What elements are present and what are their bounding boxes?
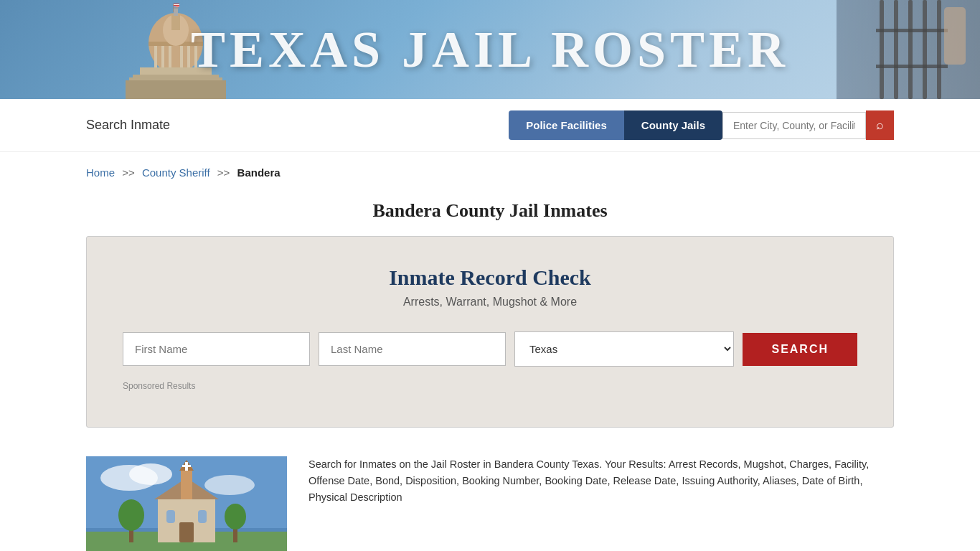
svg-rect-18 [174, 4, 179, 5]
police-facilities-button[interactable]: Police Facilities [509, 110, 624, 140]
last-name-input[interactable] [319, 332, 506, 366]
svg-point-47 [118, 499, 144, 531]
svg-rect-29 [876, 65, 948, 68]
page-title-section: Bandera County Jail Inmates [0, 193, 980, 236]
breadcrumb-home-link[interactable]: Home [86, 166, 115, 179]
svg-rect-10 [187, 46, 190, 67]
svg-rect-3 [171, 14, 180, 30]
breadcrumb-sep-1: >> [122, 166, 135, 179]
svg-rect-25 [908, 0, 913, 99]
facility-search-input[interactable] [722, 112, 866, 139]
svg-rect-8 [169, 46, 171, 67]
county-image [86, 456, 287, 551]
svg-rect-24 [894, 0, 898, 99]
svg-rect-43 [166, 510, 175, 523]
bottom-section: Search for Inmates on the Jail Roster in… [0, 442, 980, 551]
svg-rect-30 [944, 7, 966, 65]
svg-rect-19 [174, 5, 179, 6]
search-icon: ⌕ [876, 118, 884, 133]
svg-point-35 [204, 475, 255, 495]
svg-rect-45 [179, 522, 194, 542]
record-check-form: AlabamaAlaskaArizonaArkansasCaliforniaCo… [123, 331, 857, 367]
svg-point-34 [129, 463, 172, 485]
svg-rect-42 [182, 465, 191, 467]
record-check-subtitle: Arrests, Warrant, Mugshot & More [123, 296, 857, 309]
sponsored-label: Sponsored Results [123, 381, 857, 391]
header-banner: Texas Jail Roster [0, 0, 980, 99]
record-check-box: Inmate Record Check Arrests, Warrant, Mu… [86, 236, 894, 428]
state-select[interactable]: AlabamaAlaskaArizonaArkansasCaliforniaCo… [514, 331, 734, 367]
nav-bar: Search Inmate Police Facilities County J… [0, 99, 980, 152]
breadcrumb-current: Bandera [237, 166, 281, 179]
svg-rect-23 [880, 0, 884, 99]
record-check-title: Inmate Record Check [123, 265, 857, 290]
svg-rect-4 [174, 9, 178, 16]
svg-rect-44 [198, 510, 207, 523]
svg-rect-7 [161, 46, 164, 67]
banner-right-decor [837, 0, 980, 99]
svg-rect-20 [174, 6, 179, 6]
svg-rect-16 [173, 4, 174, 12]
breadcrumb-sep-2: >> [217, 166, 230, 179]
facility-search-button[interactable]: ⌕ [866, 110, 894, 140]
svg-rect-9 [180, 46, 183, 67]
svg-point-49 [225, 504, 246, 529]
search-inmate-label: Search Inmate [86, 118, 170, 133]
nav-right: Police Facilities County Jails ⌕ [509, 110, 894, 140]
svg-rect-27 [937, 0, 941, 99]
bottom-description: Search for Inmates on the Jail Roster in… [308, 456, 894, 507]
svg-rect-39 [181, 467, 192, 499]
page-title: Bandera County Jail Inmates [0, 200, 980, 222]
banner-title: Texas Jail Roster [191, 20, 789, 80]
first-name-input[interactable] [123, 332, 310, 366]
svg-rect-6 [154, 46, 157, 67]
svg-rect-21 [174, 6, 176, 7]
svg-rect-28 [876, 29, 948, 32]
breadcrumb-county-sheriff-link[interactable]: County Sheriff [142, 166, 210, 179]
svg-rect-14 [126, 80, 226, 99]
breadcrumb: Home >> County Sheriff >> Bandera [0, 152, 980, 193]
county-jails-button[interactable]: County Jails [624, 110, 722, 140]
record-search-button[interactable]: SEARCH [743, 333, 857, 366]
svg-rect-26 [923, 0, 927, 99]
